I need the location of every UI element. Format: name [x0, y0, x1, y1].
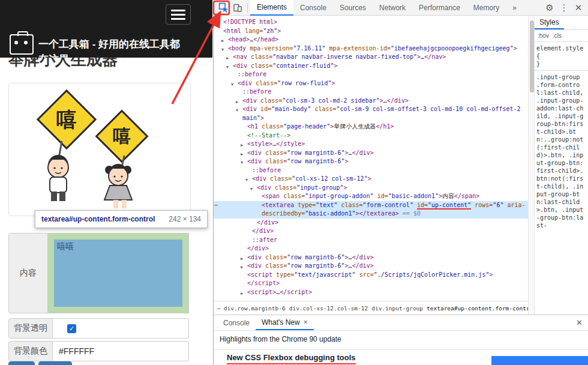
- scrollbar-thumb[interactable]: [530, 20, 534, 92]
- code-token: mpa-version=: [250, 45, 293, 52]
- bg-transparent-checkbox[interactable]: ✓: [67, 324, 76, 333]
- code-line[interactable]: <html lang="zh">: [214, 27, 528, 36]
- toolbar-separator: [247, 3, 248, 13]
- code-line[interactable]: ▶<script>…</script>: [214, 288, 528, 297]
- devtools-tab-network[interactable]: Network: [373, 0, 412, 16]
- code-line[interactable]: ▼<div class="input-group">: [214, 184, 528, 193]
- code-line[interactable]: ::before: [214, 70, 528, 79]
- inspect-element-icon[interactable]: [216, 1, 230, 14]
- code-token: <html: [223, 28, 245, 34]
- css-selector-text[interactable]: .input-group .form-control:last-child, .…: [536, 73, 587, 229]
- code-line[interactable]: <h1 class="page-header">举牌小人生成器</h1>: [214, 122, 528, 131]
- hover-state-toggle[interactable]: :hov: [538, 32, 549, 39]
- menu-toggle-button[interactable]: [166, 4, 191, 25]
- code-line[interactable]: ▶<div class="row margintb-6">…</div>: [214, 253, 528, 262]
- secondary-button[interactable]: [38, 361, 72, 365]
- primary-button[interactable]: [8, 361, 35, 365]
- code-line[interactable]: ▶<div class="row margintb-6">…</div>: [214, 262, 528, 271]
- devtools-tab-sources[interactable]: Sources: [333, 0, 373, 16]
- device-toolbar-icon[interactable]: [230, 1, 245, 14]
- code-line[interactable]: <!DOCTYPE html>: [214, 18, 528, 27]
- code-token: <div: [257, 184, 275, 191]
- elements-scrollbar[interactable]: [528, 16, 535, 315]
- code-line[interactable]: ⋯<textarea type="text" class="form-contr…: [214, 201, 528, 219]
- code-line[interactable]: </script>: [214, 279, 528, 288]
- placard-illustration: 嘻 嘻: [16, 88, 184, 212]
- devtools-main: <!DOCTYPE html><html lang="zh">▶<head>…<…: [214, 16, 588, 315]
- code-line[interactable]: <script type="text/javascript" src="./Sc…: [214, 271, 528, 280]
- devtools-tab-more[interactable]: »: [506, 0, 523, 16]
- code-token: class=: [265, 149, 287, 156]
- preview-card: 嘻 嘻: [8, 83, 191, 216]
- code-line[interactable]: ▶<div class="row margintb-6">…</div>: [214, 149, 528, 158]
- tab-styles[interactable]: Styles: [535, 16, 564, 29]
- code-token: "row margintb-6": [287, 149, 344, 156]
- class-toggle[interactable]: .cls: [553, 32, 562, 39]
- site-title[interactable]: 一个工具箱 - 好用的在线工具都: [38, 37, 210, 51]
- navbar: 一个工具箱 - 好用的在线工具都 在这里...: [0, 0, 212, 58]
- code-token: == $0: [399, 210, 421, 217]
- collapse-arrow-icon[interactable]: ▼: [236, 106, 238, 115]
- code-token: <div: [233, 62, 251, 69]
- breadcrumb-item[interactable]: div.col-xs-12.col-sm-12: [289, 305, 368, 312]
- code-token: id=: [260, 106, 271, 112]
- content-textarea[interactable]: 嘻嘻: [48, 233, 189, 313]
- devtools-tab-memory[interactable]: Memory: [467, 0, 506, 16]
- settings-gear-icon[interactable]: ⚙: [542, 1, 557, 14]
- code-token: <body: [228, 45, 250, 52]
- code-line[interactable]: ▼<body mpa-version="7.16.11" mpa-extensi…: [214, 44, 528, 53]
- expand-arrow-icon[interactable]: ▶: [241, 289, 243, 298]
- breadcrumb-item[interactable]: div.input-group: [371, 305, 423, 312]
- code-line[interactable]: ▶<style>…</style>: [214, 140, 528, 149]
- element-style-rule[interactable]: element.style {: [536, 44, 587, 60]
- code-token: class=: [265, 254, 287, 261]
- code-token: <div: [242, 97, 260, 104]
- whats-new-article-link[interactable]: New CSS Flexbox debugging tools: [227, 353, 356, 364]
- bg-color-input[interactable]: #FFFFFF: [53, 341, 189, 361]
- breadcrumb-overflow-icon[interactable]: ⋯: [217, 305, 221, 312]
- devtools-tab-elements[interactable]: Elements: [250, 0, 293, 16]
- site-logo-icon[interactable]: [10, 34, 34, 55]
- code-line[interactable]: </div>: [214, 244, 528, 253]
- code-line[interactable]: ▼<div class="row margintb-6">: [214, 157, 528, 166]
- breadcrumb-item[interactable]: div.row.margintb-6: [224, 305, 286, 312]
- code-token: "col-sm-3 col-md-2 sidebar": [282, 97, 380, 104]
- code-token: >: [277, 28, 281, 34]
- code-line[interactable]: ::after: [214, 236, 528, 245]
- tooltip-dimensions: 242 × 134: [169, 215, 201, 223]
- drawer-tab-console[interactable]: Console: [217, 315, 256, 330]
- drawer-tab-label: Console: [223, 319, 250, 327]
- whats-new-heading: Highlights from the Chrome 90 update: [220, 335, 341, 343]
- code-token: "text/javascript": [294, 271, 355, 278]
- code-line[interactable]: ▶<head>…</head>: [214, 35, 528, 44]
- close-tab-icon[interactable]: ×: [304, 318, 308, 327]
- code-line[interactable]: ▶<nav class="navbar navbar-inverse navba…: [214, 53, 528, 62]
- code-line[interactable]: ▶<div class="col-sm-3 col-md-2 sidebar">…: [214, 97, 528, 106]
- element-style-close: }: [536, 60, 587, 68]
- code-line[interactable]: <!--Start-->: [214, 131, 528, 140]
- code-token: <script>: [247, 289, 276, 295]
- code-token: "6": [493, 202, 503, 208]
- drawer-tab-whats-new[interactable]: What's New ×: [256, 315, 314, 330]
- code-token: <nav: [233, 53, 251, 60]
- devtools-tab-console[interactable]: Console: [293, 0, 333, 16]
- devtools-tab-performance[interactable]: Performance: [412, 0, 467, 16]
- code-token: class=: [275, 184, 296, 191]
- code-line[interactable]: ::before: [214, 166, 528, 175]
- devtools-toolbar: ElementsConsoleSourcesNetworkPerformance…: [214, 0, 588, 16]
- code-line[interactable]: </div>: [214, 227, 528, 236]
- close-devtools-icon[interactable]: ✕: [571, 1, 586, 14]
- code-line[interactable]: ▼<div class="container-fluid">: [214, 62, 528, 71]
- breadcrumb-item[interactable]: textarea#up-content.form-control: [427, 305, 528, 312]
- code-token: <div: [247, 254, 265, 261]
- more-options-icon[interactable]: ⋮: [557, 1, 571, 14]
- code-line[interactable]: ▼<div id="main-body" class="col-sm-9 col…: [214, 105, 528, 122]
- code-token: ::before: [238, 71, 266, 77]
- code-line[interactable]: ▼<div class="row row-fluid">: [214, 79, 528, 88]
- code-line[interactable]: ▼<div class="col-xs-12 col-sm-12">: [214, 175, 528, 184]
- close-drawer-icon[interactable]: ✕: [576, 318, 583, 327]
- code-line[interactable]: ::before: [214, 88, 528, 97]
- line-menu-icon[interactable]: ⋯: [214, 201, 217, 210]
- code-line[interactable]: </div>: [214, 219, 528, 228]
- code-line[interactable]: <span class="input-group-addon" id="basi…: [214, 192, 528, 201]
